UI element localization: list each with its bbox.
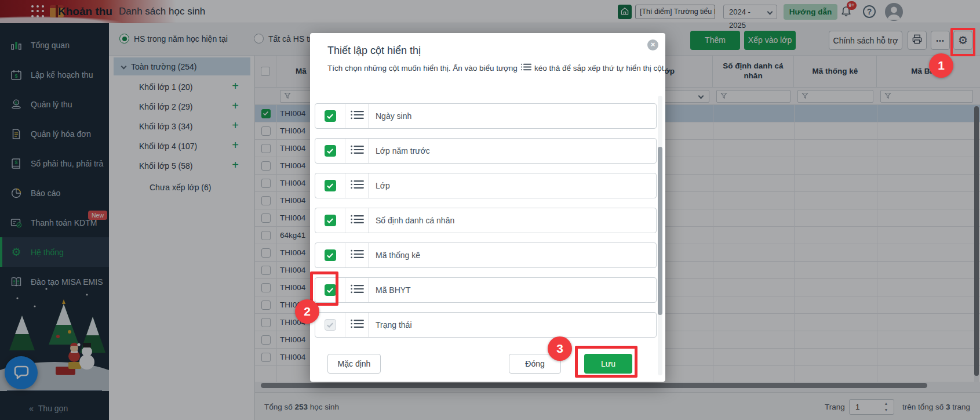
column-checkbox-disabled [325,319,336,331]
column-row-ma-bhyt: Mã BHYT [315,277,657,303]
annotation-box-settings [950,28,975,56]
drag-handle-icon[interactable] [350,284,364,296]
drag-list-icon [520,63,531,73]
annotation-box-bhyt-checkbox [310,271,338,306]
drag-handle-icon[interactable] [350,110,364,122]
column-row-ngay-sinh: Ngày sinh [315,103,657,129]
scrollbar-thumb[interactable] [658,147,662,315]
column-checkbox-checked[interactable] [325,145,336,157]
column-checkbox-checked[interactable] [325,249,336,261]
default-button[interactable]: Mặc định [327,354,381,374]
column-row-ma-thong-ke: Mã thống kê [315,242,657,268]
drag-handle-icon[interactable] [350,318,364,331]
annotation-step-1: 1 [929,53,953,78]
column-row-lop-nam-truoc: Lớp năm trước [315,138,657,164]
modal-scrollbar[interactable] [658,96,662,375]
column-row-trang-thai: Trạng thái [315,312,657,338]
close-icon[interactable]: × [647,39,658,50]
annotation-step-2: 2 [295,299,319,324]
column-settings-modal: Thiết lập cột hiển thị × Tích chọn những… [310,33,665,382]
modal-instruction: Tích chọn những cột muốn hiển thị. Ấn và… [327,63,666,73]
annotation-box-save [575,346,637,378]
drag-handle-icon[interactable] [350,249,364,262]
column-checkbox-checked[interactable] [325,180,336,191]
drag-handle-icon[interactable] [350,144,364,157]
drag-handle-icon[interactable] [350,214,364,227]
app-screen: Khoản thu Danh sách học sinh [Thí điểm] … [0,0,980,420]
column-checkbox-checked[interactable] [325,110,336,122]
drag-handle-icon[interactable] [350,179,364,192]
modal-title: Thiết lập cột hiển thị [327,45,421,57]
column-row-so-dinh-danh: Số định danh cá nhân [315,208,657,233]
annotation-step-3: 3 [548,336,572,361]
column-row-lop: Lớp [315,173,657,198]
column-checkbox-checked[interactable] [325,215,336,226]
